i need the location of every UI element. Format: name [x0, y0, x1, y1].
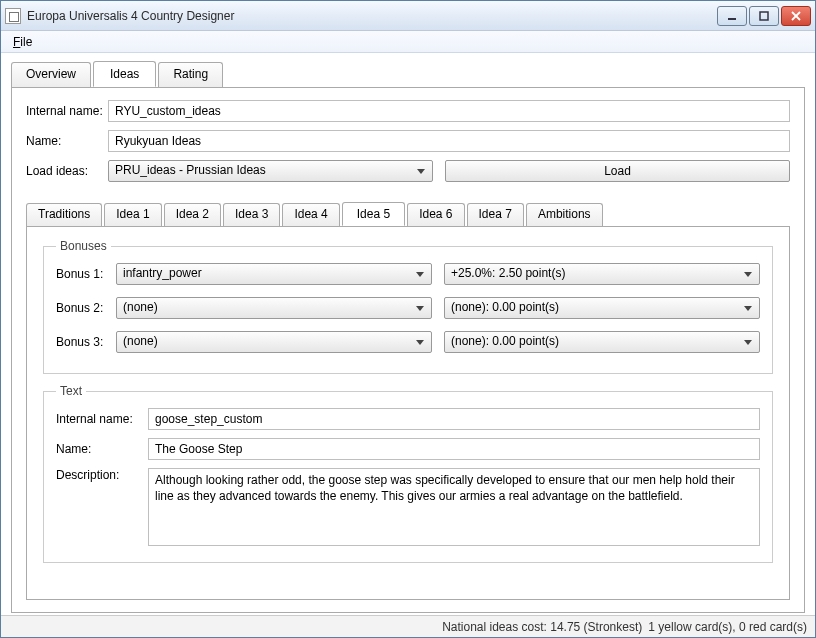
- app-window: Europa Universalis 4 Country Designer Fi…: [0, 0, 816, 638]
- load-button[interactable]: Load: [445, 160, 790, 182]
- tab-idea-4[interactable]: Idea 4: [282, 203, 339, 227]
- window-controls: [717, 6, 811, 26]
- bonus-1-value-select[interactable]: +25.0%: 2.50 point(s): [444, 263, 760, 285]
- menubar: File: [1, 31, 815, 53]
- tab-rating[interactable]: Rating: [158, 62, 223, 88]
- idea-desc-label: Description:: [56, 468, 148, 482]
- maximize-button[interactable]: [749, 6, 779, 26]
- bonuses-fieldset: Bonuses Bonus 1: infantry_power +25.0%: …: [43, 239, 773, 374]
- ideas-panel: Internal name: Name: Load ideas: PRU_ide…: [11, 87, 805, 613]
- tab-ideas[interactable]: Ideas: [93, 61, 156, 87]
- minimize-button[interactable]: [717, 6, 747, 26]
- bonus-1-type-select[interactable]: infantry_power: [116, 263, 432, 285]
- idea-slot-tabs: Traditions Idea 1 Idea 2 Idea 3 Idea 4 I…: [26, 202, 790, 226]
- tab-overview[interactable]: Overview: [11, 62, 91, 88]
- bonus-3-label: Bonus 3:: [56, 335, 116, 349]
- bonus-3-type-select[interactable]: (none): [116, 331, 432, 353]
- load-ideas-label: Load ideas:: [26, 164, 108, 178]
- menu-file[interactable]: File: [7, 33, 38, 51]
- bonus-1-label: Bonus 1:: [56, 267, 116, 281]
- app-icon: [5, 8, 21, 24]
- bonuses-legend: Bonuses: [56, 239, 111, 253]
- internal-name-input[interactable]: [108, 100, 790, 122]
- status-cost: National ideas cost: 14.75 (Stronkest): [442, 620, 642, 634]
- tab-traditions[interactable]: Traditions: [26, 203, 102, 227]
- load-ideas-select[interactable]: PRU_ideas - Prussian Ideas: [108, 160, 433, 182]
- name-label: Name:: [26, 134, 108, 148]
- idea-internal-name-label: Internal name:: [56, 412, 148, 426]
- internal-name-label: Internal name:: [26, 104, 108, 118]
- tab-ambitions[interactable]: Ambitions: [526, 203, 603, 227]
- text-fieldset: Text Internal name: Name: Description:: [43, 384, 773, 563]
- tab-idea-3[interactable]: Idea 3: [223, 203, 280, 227]
- idea-name-input[interactable]: [148, 438, 760, 460]
- tab-idea-2[interactable]: Idea 2: [164, 203, 221, 227]
- bonus-3-value-select[interactable]: (none): 0.00 point(s): [444, 331, 760, 353]
- svg-rect-1: [760, 12, 768, 20]
- idea-name-label: Name:: [56, 442, 148, 456]
- status-cards: 1 yellow card(s), 0 red card(s): [648, 620, 807, 634]
- idea-desc-textarea[interactable]: [148, 468, 760, 546]
- idea-internal-name-input[interactable]: [148, 408, 760, 430]
- window-title: Europa Universalis 4 Country Designer: [27, 9, 717, 23]
- idea-slot-panel: Bonuses Bonus 1: infantry_power +25.0%: …: [26, 226, 790, 600]
- titlebar[interactable]: Europa Universalis 4 Country Designer: [1, 1, 815, 31]
- bonus-2-type-select[interactable]: (none): [116, 297, 432, 319]
- tab-idea-6[interactable]: Idea 6: [407, 203, 464, 227]
- main-tabs: Overview Ideas Rating: [11, 61, 805, 87]
- statusbar: National ideas cost: 14.75 (Stronkest) 1…: [1, 615, 815, 637]
- bonus-2-value-select[interactable]: (none): 0.00 point(s): [444, 297, 760, 319]
- bonus-2-label: Bonus 2:: [56, 301, 116, 315]
- name-input[interactable]: [108, 130, 790, 152]
- tab-idea-7[interactable]: Idea 7: [467, 203, 524, 227]
- text-legend: Text: [56, 384, 86, 398]
- close-button[interactable]: [781, 6, 811, 26]
- content-area: Overview Ideas Rating Internal name: Nam…: [1, 53, 815, 615]
- tab-idea-5[interactable]: Idea 5: [342, 202, 405, 226]
- tab-idea-1[interactable]: Idea 1: [104, 203, 161, 227]
